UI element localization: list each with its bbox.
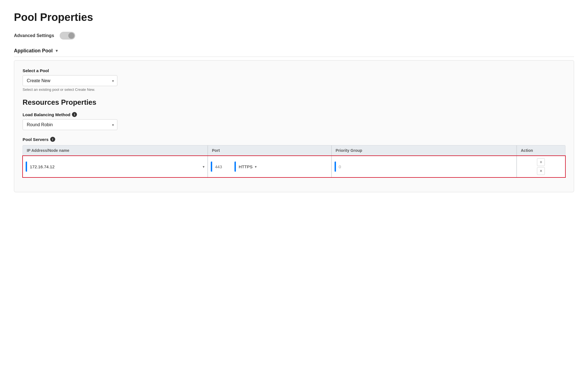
- col-header-port: Port: [208, 145, 331, 156]
- load-balancing-group: Load Balancing Method i Round Robin Leas…: [23, 112, 565, 130]
- remove-row-button[interactable]: ×: [537, 167, 545, 175]
- application-pool-label: Application Pool: [14, 48, 53, 54]
- priority-cell-content: [335, 162, 514, 172]
- page-title: Pool Properties: [14, 11, 574, 23]
- select-pool-group: Select a Pool Create New ▾ Select an exi…: [23, 68, 565, 92]
- application-pool-card: Select a Pool Create New ▾ Select an exi…: [14, 60, 574, 192]
- cell-action: + ×: [517, 156, 565, 177]
- cell-port: HTTPS HTTP TCP ▾: [208, 156, 331, 177]
- port-input[interactable]: [212, 162, 234, 171]
- select-pool-label: Select a Pool: [23, 68, 565, 73]
- protocol-select[interactable]: HTTPS HTTP TCP: [236, 162, 260, 171]
- ip-address-select[interactable]: 172.16.74.12: [27, 162, 208, 171]
- select-pool-hint: Select an existing pool or select Create…: [23, 87, 565, 92]
- col-header-priority: Priority Group: [331, 145, 517, 156]
- toggle-knob: [68, 33, 74, 39]
- col-header-action: Action: [517, 145, 565, 156]
- pool-servers-label: Pool Servers i: [23, 137, 565, 142]
- load-balancing-wrapper: Round Robin Least Connections IP Hash ▾: [23, 119, 117, 130]
- cell-ip: 172.16.74.12 ▾: [23, 156, 208, 177]
- pool-servers-table: IP Address/Node name Port Priority Group…: [23, 145, 565, 177]
- col-header-ip: IP Address/Node name: [23, 145, 208, 156]
- load-balancing-dropdown[interactable]: Round Robin Least Connections IP Hash: [23, 119, 117, 130]
- cell-priority: [331, 156, 517, 177]
- action-buttons: + ×: [520, 158, 562, 175]
- ip-select-wrapper: 172.16.74.12 ▾: [27, 162, 205, 171]
- advanced-settings-row: Advanced Settings: [14, 32, 574, 40]
- select-pool-dropdown[interactable]: Create New: [23, 75, 117, 86]
- add-row-button[interactable]: +: [537, 158, 545, 166]
- application-pool-chevron: ▼: [55, 49, 59, 53]
- pool-servers-info-icon: i: [50, 137, 55, 142]
- priority-input[interactable]: [336, 162, 514, 171]
- application-pool-header: Application Pool ▼: [14, 48, 574, 57]
- pool-servers-label-text: Pool Servers: [23, 137, 49, 142]
- select-pool-wrapper: Create New ▾: [23, 75, 117, 86]
- pool-servers-group: Pool Servers i IP Address/Node name Port…: [23, 137, 565, 177]
- pool-servers-header-row: IP Address/Node name Port Priority Group…: [23, 145, 565, 156]
- resources-properties-title: Resources Properties: [23, 98, 565, 106]
- advanced-settings-toggle[interactable]: [60, 32, 75, 40]
- port-cell-content: HTTPS HTTP TCP ▾: [211, 162, 328, 172]
- table-row: 172.16.74.12 ▾ HT: [23, 156, 565, 177]
- load-balancing-label-text: Load Balancing Method: [23, 112, 70, 117]
- load-balancing-label: Load Balancing Method i: [23, 112, 565, 117]
- ip-cell-content: 172.16.74.12 ▾: [26, 162, 205, 172]
- load-balancing-info-icon: i: [72, 112, 77, 117]
- advanced-settings-label: Advanced Settings: [14, 33, 54, 38]
